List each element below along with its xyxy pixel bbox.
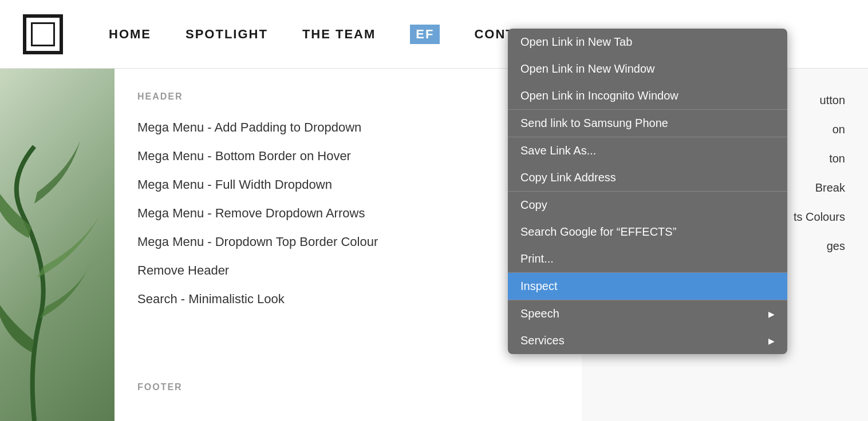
ctx-print[interactable]: Print... <box>508 245 787 272</box>
menu-item-1[interactable]: Mega Menu - Bottom Border on Hover <box>137 142 492 170</box>
main-nav: HOME SPOTLIGHT THE TEAM EF CONTACT <box>109 25 543 44</box>
ctx-speech[interactable]: Speech ▶ <box>508 300 787 327</box>
ctx-group-2: Send link to Samsung Phone <box>508 110 787 137</box>
ctx-group-3: Save Link As... Copy Link Address <box>508 137 787 192</box>
footer-section-label: FOOTER <box>137 382 183 392</box>
menu-item-3[interactable]: Mega Menu - Remove Dropdown Arrows <box>137 199 492 228</box>
ctx-copy[interactable]: Copy <box>508 192 787 219</box>
hero-image <box>0 69 126 421</box>
ctx-search-google[interactable]: Search Google for “EFFECTS” <box>508 219 787 245</box>
nav-the-team[interactable]: THE TEAM <box>302 27 376 42</box>
nav-effects[interactable]: EF <box>410 25 440 44</box>
speech-arrow-icon: ▶ <box>768 309 775 319</box>
menu-item-remove-header[interactable]: Remove Header <box>137 256 492 285</box>
ctx-group-5: Inspect <box>508 273 787 300</box>
ctx-group-6: Speech ▶ Services ▶ <box>508 300 787 354</box>
ctx-copy-link[interactable]: Copy Link Address <box>508 164 787 191</box>
services-arrow-icon: ▶ <box>768 336 775 345</box>
menu-item-5[interactable]: Search - Minimalistic Look <box>137 285 492 313</box>
menu-item-4[interactable]: Mega Menu - Dropdown Top Border Colour <box>137 228 492 256</box>
ctx-inspect[interactable]: Inspect <box>508 273 787 300</box>
ctx-open-incognito[interactable]: Open Link in Incognito Window <box>508 82 787 109</box>
header-section-label: HEADER <box>137 92 492 102</box>
ctx-open-new-window[interactable]: Open Link in New Window <box>508 55 787 82</box>
left-panel: HEADER Mega Menu - Add Padding to Dropdo… <box>115 69 515 421</box>
ctx-group-4: Copy Search Google for “EFFECTS” Print..… <box>508 192 787 273</box>
plant-decoration <box>0 89 126 421</box>
ctx-open-new-tab[interactable]: Open Link in New Tab <box>508 29 787 55</box>
nav-home[interactable]: HOME <box>109 27 151 42</box>
ctx-save-link[interactable]: Save Link As... <box>508 137 787 164</box>
nav-spotlight[interactable]: SPOTLIGHT <box>186 27 268 42</box>
ctx-group-1: Open Link in New Tab Open Link in New Wi… <box>508 29 787 110</box>
ctx-send-samsung[interactable]: Send link to Samsung Phone <box>508 110 787 137</box>
menu-item-2[interactable]: Mega Menu - Full Width Dropdown <box>137 170 492 199</box>
menu-item-0[interactable]: Mega Menu - Add Padding to Dropdown <box>137 113 492 142</box>
context-menu: Open Link in New Tab Open Link in New Wi… <box>508 29 787 354</box>
ctx-services[interactable]: Services ▶ <box>508 327 787 354</box>
logo[interactable] <box>23 14 63 54</box>
